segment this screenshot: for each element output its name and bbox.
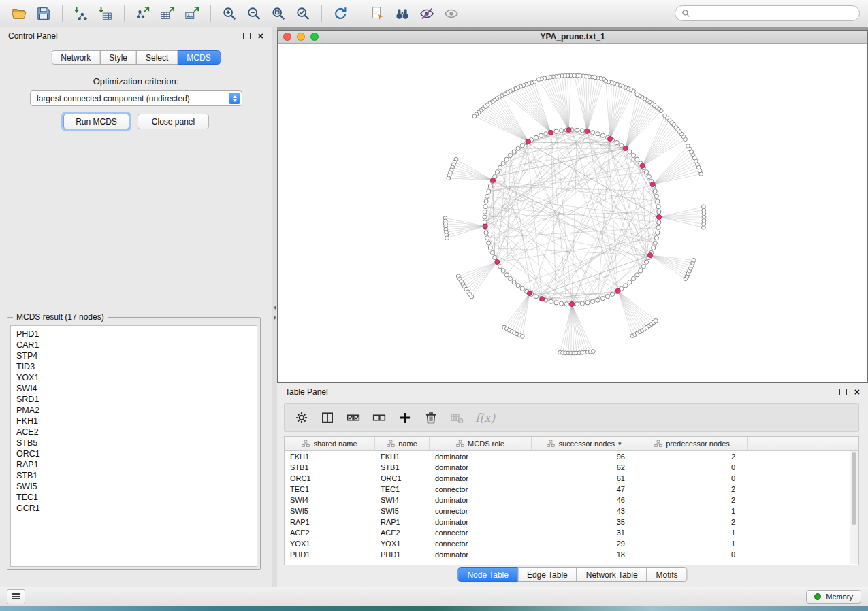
network-dominator-node[interactable] xyxy=(585,129,590,133)
mcds-result-item[interactable]: SWI4 xyxy=(11,383,257,394)
close-panel-button[interactable]: Close panel xyxy=(138,114,209,129)
mcds-result-item[interactable]: YOX1 xyxy=(11,372,257,383)
table-row[interactable]: ORC1ORC1dominator610 xyxy=(285,473,858,484)
network-node[interactable] xyxy=(564,302,568,306)
tab-style[interactable]: Style xyxy=(99,50,137,65)
network-leaf-node[interactable] xyxy=(686,144,690,148)
network-node[interactable] xyxy=(520,286,524,291)
network-node[interactable] xyxy=(495,170,499,174)
mcds-result-item[interactable]: ACE2 xyxy=(11,427,257,437)
network-node[interactable] xyxy=(554,129,558,133)
mcds-result-item[interactable]: ORC1 xyxy=(11,448,257,459)
network-node[interactable] xyxy=(605,295,609,299)
network-dominator-node[interactable] xyxy=(648,253,653,258)
sort-chevron-down-icon[interactable]: ▾ xyxy=(618,440,622,447)
network-node[interactable] xyxy=(620,144,624,148)
network-window-titlebar[interactable]: YPA_prune.txt_1 xyxy=(278,31,867,44)
network-node[interactable] xyxy=(504,157,509,161)
network-dominator-node[interactable] xyxy=(540,297,545,301)
network-node[interactable] xyxy=(628,150,632,154)
export-network-icon[interactable] xyxy=(132,3,154,24)
network-dominator-node[interactable] xyxy=(608,137,613,142)
network-node[interactable] xyxy=(656,231,660,235)
import-network-icon[interactable] xyxy=(70,3,92,24)
network-node[interactable] xyxy=(647,174,651,178)
mcds-result-item[interactable]: STB5 xyxy=(11,437,257,448)
network-node[interactable] xyxy=(484,199,488,203)
zoom-selected-icon[interactable] xyxy=(292,3,314,24)
table-settings-gear-icon[interactable] xyxy=(290,406,313,429)
mcds-result-item[interactable]: CAR1 xyxy=(11,340,257,350)
window-zoom-icon[interactable] xyxy=(310,33,319,41)
tab-select[interactable]: Select xyxy=(136,50,178,65)
window-minimize-icon[interactable] xyxy=(297,33,305,41)
memory-button[interactable]: Memory xyxy=(806,590,861,604)
network-node[interactable] xyxy=(483,210,487,214)
column-header-successor-nodes[interactable]: successor nodes▾ xyxy=(532,437,637,450)
export-image-icon[interactable] xyxy=(181,3,203,24)
network-leaf-node[interactable] xyxy=(445,236,449,240)
splitter-collapse-handles[interactable] xyxy=(272,305,277,320)
import-table-icon[interactable] xyxy=(95,3,116,24)
column-header-shared-name[interactable]: shared name xyxy=(285,437,375,450)
open-session-icon[interactable] xyxy=(8,3,30,24)
search-input[interactable] xyxy=(694,8,853,19)
network-canvas[interactable] xyxy=(278,44,867,382)
close-table-panel-icon[interactable]: × xyxy=(854,387,860,397)
network-node[interactable] xyxy=(580,301,584,306)
network-node[interactable] xyxy=(493,255,497,259)
network-node[interactable] xyxy=(580,129,584,133)
mcds-result-item[interactable]: STB1 xyxy=(11,470,257,481)
network-dominator-node[interactable] xyxy=(526,139,531,144)
column-header-name[interactable]: name xyxy=(375,437,430,450)
network-dominator-node[interactable] xyxy=(615,288,620,293)
network-node[interactable] xyxy=(483,205,487,209)
zoom-fit-icon[interactable] xyxy=(268,3,289,24)
network-node[interactable] xyxy=(501,269,505,273)
network-node[interactable] xyxy=(554,301,558,305)
network-node[interactable] xyxy=(615,140,619,144)
export-table-icon[interactable] xyxy=(157,3,178,24)
network-leaf-node[interactable] xyxy=(702,205,706,209)
column-header-mcds-role[interactable]: MCDS role xyxy=(430,437,532,450)
network-dominator-node[interactable] xyxy=(640,163,645,168)
network-node[interactable] xyxy=(600,133,605,137)
network-leaf-node[interactable] xyxy=(604,79,608,83)
network-leaf-node[interactable] xyxy=(503,92,507,96)
network-dominator-node[interactable] xyxy=(623,146,628,151)
network-node[interactable] xyxy=(591,299,595,303)
network-node[interactable] xyxy=(654,236,658,240)
show-graphics-details-icon[interactable] xyxy=(440,3,462,24)
network-leaf-node[interactable] xyxy=(520,335,524,339)
mcds-result-item[interactable]: TID3 xyxy=(11,361,257,372)
zoom-in-icon[interactable] xyxy=(219,3,240,24)
network-node[interactable] xyxy=(544,132,548,136)
network-node[interactable] xyxy=(516,146,520,150)
network-node[interactable] xyxy=(575,128,579,132)
tab-network[interactable]: Network xyxy=(51,50,100,65)
function-builder-icon[interactable]: f(x) xyxy=(471,411,495,425)
network-node[interactable] xyxy=(631,276,635,280)
network-node[interactable] xyxy=(508,276,512,280)
network-leaf-node[interactable] xyxy=(635,93,639,97)
network-leaf-node[interactable] xyxy=(537,78,541,82)
network-node[interactable] xyxy=(628,280,632,284)
network-node[interactable] xyxy=(487,189,491,193)
network-node[interactable] xyxy=(520,144,524,148)
mcds-result-item[interactable]: PHD1 xyxy=(11,329,257,340)
mcds-result-item[interactable]: SRD1 xyxy=(11,394,257,405)
add-column-icon[interactable] xyxy=(393,406,417,429)
network-node[interactable] xyxy=(635,273,639,277)
table-row[interactable]: SWI5SWI5connector431 xyxy=(285,506,858,516)
network-node[interactable] xyxy=(657,220,661,225)
network-node[interactable] xyxy=(653,241,657,245)
table-row[interactable]: YOX1YOX1connector291 xyxy=(285,538,858,549)
tab-motifs[interactable]: Motifs xyxy=(647,567,688,582)
mcds-result-item[interactable]: GCR1 xyxy=(11,503,257,514)
network-node[interactable] xyxy=(560,301,564,306)
network-dominator-node[interactable] xyxy=(657,215,662,220)
network-node[interactable] xyxy=(498,265,502,269)
mcds-result-item[interactable]: STP4 xyxy=(11,350,257,361)
hide-graphics-details-icon[interactable] xyxy=(416,3,438,24)
collapse-right-icon[interactable] xyxy=(274,315,276,320)
